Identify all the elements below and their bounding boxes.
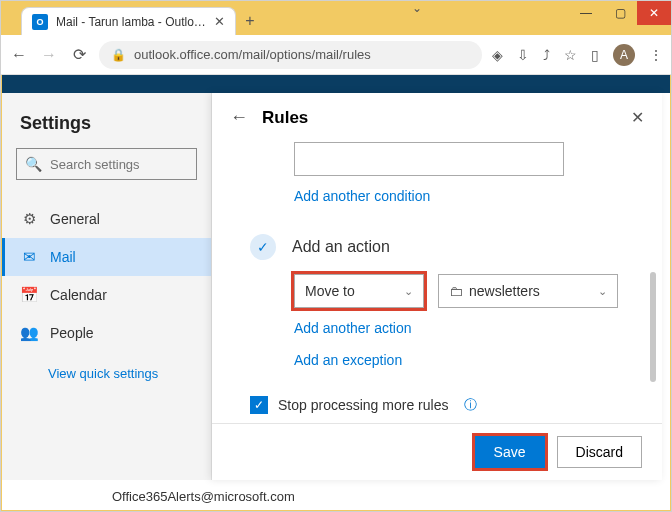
add-exception-link[interactable]: Add an exception <box>294 348 632 380</box>
settings-search-input[interactable] <box>50 157 218 172</box>
back-icon[interactable]: ← <box>230 107 248 128</box>
app-header-strip <box>2 75 670 93</box>
url-text: outlook.office.com/mail/options/mail/rul… <box>134 47 371 62</box>
window-maximize-button[interactable]: ▢ <box>603 1 637 25</box>
calendar-icon: 📅 <box>20 286 38 304</box>
add-condition-link[interactable]: Add another condition <box>294 176 632 216</box>
browser-tab[interactable]: O Mail - Tarun lamba - Outlook ✕ <box>21 7 236 35</box>
sidebar-item-calendar[interactable]: 📅 Calendar <box>2 276 211 314</box>
search-icon: 🔍 <box>25 156 42 172</box>
nav-reload-icon[interactable]: ⟳ <box>69 45 89 64</box>
action-type-value: Move to <box>305 283 355 299</box>
outlook-favicon: O <box>32 14 48 30</box>
rules-modal: ← Rules ✕ Add another condition ✓ Add an… <box>212 93 662 480</box>
close-icon[interactable]: ✕ <box>631 108 644 127</box>
modal-title: Rules <box>262 108 617 128</box>
menu-icon[interactable]: ⋮ <box>649 47 663 63</box>
bookmark-icon[interactable]: ☆ <box>564 47 577 63</box>
folder-dropdown[interactable]: 🗀 newsletters ⌄ <box>438 274 618 308</box>
nav-back-icon[interactable]: ← <box>9 46 29 64</box>
gear-icon: ⚙ <box>20 210 38 228</box>
folder-value: newsletters <box>469 283 540 299</box>
info-icon[interactable]: ⓘ <box>464 396 477 414</box>
sidepanel-icon[interactable]: ▯ <box>591 47 599 63</box>
window-minimize-button[interactable]: — <box>569 1 603 25</box>
install-icon[interactable]: ⇩ <box>517 47 529 63</box>
view-quick-settings-link[interactable]: View quick settings <box>2 352 211 381</box>
extension-icon[interactable]: ◈ <box>492 47 503 63</box>
profile-avatar[interactable]: A <box>613 44 635 66</box>
sidebar-item-mail[interactable]: ✉ Mail <box>2 238 211 276</box>
sidebar-item-general[interactable]: ⚙ General <box>2 200 211 238</box>
share-icon[interactable]: ⤴ <box>543 47 550 63</box>
lock-icon: 🔒 <box>111 48 126 62</box>
action-type-dropdown[interactable]: Move to ⌄ <box>294 274 424 308</box>
stop-processing-label: Stop processing more rules <box>278 397 448 413</box>
sidebar-label-calendar: Calendar <box>50 287 107 303</box>
mail-icon: ✉ <box>20 248 38 266</box>
tab-overflow-icon[interactable]: ⌄ <box>412 1 422 15</box>
scrollbar-thumb[interactable] <box>650 272 656 382</box>
action-check-icon: ✓ <box>250 234 276 260</box>
window-close-button[interactable]: ✕ <box>637 1 671 25</box>
tab-close-icon[interactable]: ✕ <box>214 14 225 29</box>
settings-sidebar: Settings 🔍 ⚙ General ✉ Mail 📅 Cal <box>2 93 212 480</box>
chevron-down-icon: ⌄ <box>598 285 607 298</box>
save-button[interactable]: Save <box>475 436 545 468</box>
new-tab-button[interactable]: + <box>236 7 264 35</box>
action-section-label: Add an action <box>292 238 390 256</box>
sidebar-label-people: People <box>50 325 94 341</box>
people-icon: 👥 <box>20 324 38 342</box>
condition-value-box[interactable] <box>294 142 564 176</box>
settings-title: Settings <box>2 93 211 148</box>
tab-title: Mail - Tarun lamba - Outlook <box>56 15 206 29</box>
folder-icon: 🗀 <box>449 283 463 299</box>
discard-button[interactable]: Discard <box>557 436 642 468</box>
add-action-link[interactable]: Add another action <box>294 308 632 348</box>
sidebar-label-general: General <box>50 211 100 227</box>
address-bar[interactable]: 🔒 outlook.office.com/mail/options/mail/r… <box>99 41 482 69</box>
background-email-text: Office365Alerts@microsoft.com <box>112 489 295 504</box>
settings-search[interactable]: 🔍 <box>16 148 197 180</box>
chevron-down-icon: ⌄ <box>404 285 413 298</box>
stop-processing-checkbox[interactable]: ✓ <box>250 396 268 414</box>
nav-forward-icon: → <box>39 46 59 64</box>
sidebar-label-mail: Mail <box>50 249 76 265</box>
sidebar-item-people[interactable]: 👥 People <box>2 314 211 352</box>
